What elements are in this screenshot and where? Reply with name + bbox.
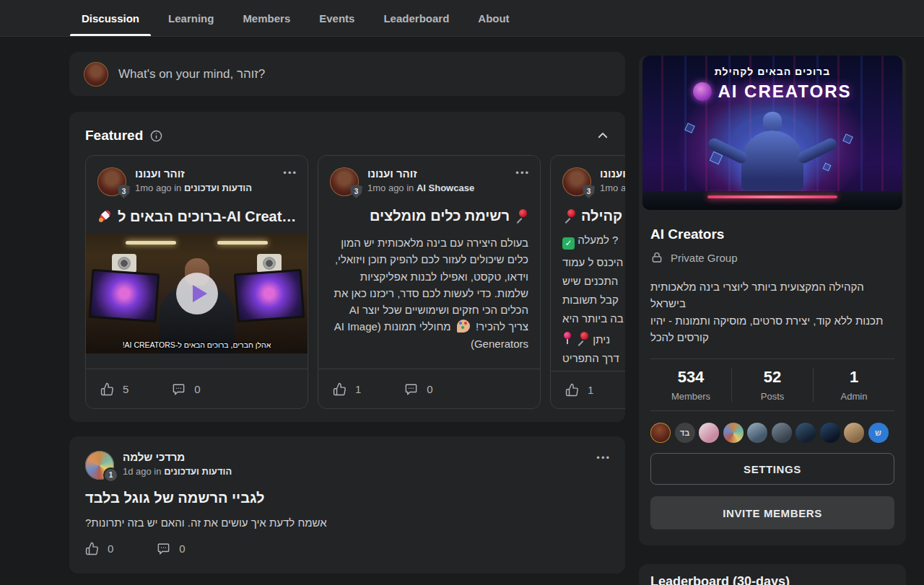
- card-header: 1 מרדכי שלמה 1d ago in הודעות ועדכונים: [85, 451, 609, 480]
- comment-icon[interactable]: [157, 542, 170, 555]
- group-info: AI Creators Private Group הקהילה המקצועי…: [639, 214, 906, 346]
- post-body: בעולם היצירה עם בינה מלאכותית יש המון כל…: [318, 234, 540, 352]
- post-title[interactable]: ברוכים הבאים ל-AI Creat…: [86, 208, 308, 225]
- tab-leaderboard[interactable]: Leaderboard: [372, 0, 461, 36]
- featured-card-community[interactable]: 3 זוהר וענונו 1mo ago in קהילה ? למעלה ה…: [550, 155, 625, 409]
- body-fragment: היכנס ל עמוד: [562, 256, 623, 268]
- like-icon[interactable]: [100, 382, 114, 396]
- author-avatar[interactable]: 1: [85, 451, 114, 480]
- timestamp: 1mo ago in: [135, 182, 181, 193]
- author-avatar[interactable]: 3: [97, 167, 126, 196]
- tab-learning[interactable]: Learning: [157, 0, 225, 36]
- author-name[interactable]: זוהר וענונו: [135, 167, 252, 180]
- level-badge: 3: [583, 185, 595, 198]
- author-avatar[interactable]: 3: [330, 167, 359, 196]
- author-name[interactable]: מרדכי שלמה: [123, 451, 232, 463]
- member-avatar[interactable]: [796, 423, 816, 443]
- post-footer: 5 0: [86, 369, 308, 408]
- post-title[interactable]: לגביי הרשמה של גוגל בלבד: [85, 490, 609, 506]
- member-avatar[interactable]: [650, 423, 671, 443]
- member-avatar[interactable]: [844, 423, 864, 443]
- community-page: { "nav": { "tabs": ["Discussion", "Learn…: [0, 0, 924, 585]
- author-name[interactable]: זוהר וענונו: [600, 167, 625, 180]
- category-link[interactable]: הודעות ועדכונים: [164, 466, 232, 477]
- member-avatar[interactable]: [747, 423, 767, 443]
- leaderboard-card: Leaderboard (30-days): [639, 564, 906, 585]
- invite-members-button[interactable]: INVITE MEMBERS: [650, 496, 894, 529]
- comment-icon[interactable]: [404, 382, 418, 396]
- like-icon[interactable]: [565, 383, 579, 397]
- post-body-line: ? למעלה: [551, 234, 625, 250]
- tab-discussion[interactable]: Discussion: [70, 0, 151, 36]
- banner-welcome-text: ברוכים הבאים לקהילת: [642, 66, 902, 77]
- post-title-text: רשימת כלים מומלצים: [370, 208, 510, 224]
- post-body: אשמח לדעת איך עושים את זה. והאם יש בזה י…: [85, 516, 609, 529]
- composer-prompt[interactable]: What's on your mind, זוהר?: [118, 67, 265, 82]
- post-title[interactable]: קהילה: [551, 208, 625, 224]
- member-avatar[interactable]: ש: [868, 423, 889, 443]
- play-button[interactable]: [176, 273, 218, 315]
- member-avatar[interactable]: בד: [675, 423, 695, 443]
- like-icon[interactable]: [85, 542, 99, 555]
- banner-desk: [642, 191, 902, 210]
- tab-members[interactable]: Members: [231, 0, 302, 36]
- member-avatar[interactable]: [820, 423, 840, 443]
- post-menu-icon[interactable]: •••: [515, 167, 530, 178]
- current-user-avatar[interactable]: [84, 62, 108, 87]
- post-title-text: ברוכים הבאים ל-AI Creat…: [118, 208, 296, 224]
- body-fragment: התכנים שיש: [562, 275, 618, 287]
- brain-logo-icon: [693, 82, 712, 101]
- stat-posts[interactable]: 52 Posts: [731, 368, 813, 402]
- featured-card-tools[interactable]: 3 זוהר וענונו 1mo ago in AI Showcase •••…: [318, 155, 541, 409]
- studio-monitor: [234, 269, 305, 322]
- featured-card-welcome[interactable]: 3 זוהר וענונו 1mo ago in הודעות ועדכונים…: [85, 155, 308, 409]
- stat-members[interactable]: 534 Members: [650, 368, 731, 402]
- like-count: 1: [355, 383, 361, 395]
- post-menu-icon[interactable]: •••: [596, 452, 611, 463]
- pushpin-emoji: [514, 208, 528, 223]
- stat-label: Admin: [814, 391, 894, 402]
- video-thumbnail[interactable]: אהלן חברים, ברוכים הבאים ל-AI CREATORS!: [86, 234, 308, 353]
- main-column: What's on your mind, זוהר? Featured 3 זו…: [69, 52, 625, 573]
- video-caption: אהלן חברים, ברוכים הבאים ל-AI CREATORS!: [86, 340, 308, 349]
- post-footer: 1: [551, 371, 625, 408]
- category-link[interactable]: AI Showcase: [417, 182, 474, 193]
- comment-icon[interactable]: [172, 382, 186, 396]
- pushpin-emoji: [575, 331, 590, 346]
- stat-label: Members: [650, 391, 731, 402]
- post-body-line: דרך התפריט: [551, 352, 625, 364]
- studio-monitor: [89, 269, 160, 322]
- palette-emoji: [457, 320, 470, 333]
- settings-button[interactable]: SETTINGS: [650, 453, 894, 485]
- timestamp: 1d ago in: [123, 466, 162, 477]
- category-link[interactable]: הודעות ועדכונים: [184, 182, 252, 193]
- card-header: 3 זוהר וענונו 1mo ago in AI Showcase: [318, 156, 540, 196]
- banner-title: AI CREATORS: [642, 82, 902, 102]
- privacy-label: Private Group: [671, 252, 738, 264]
- member-avatar[interactable]: [723, 423, 744, 443]
- info-icon[interactable]: [150, 130, 162, 142]
- post-google-signup[interactable]: 1 מרדכי שלמה 1d ago in הודעות ועדכונים •…: [69, 436, 625, 573]
- stat-value: 1: [814, 368, 894, 387]
- author-meta: זוהר וענונו 1mo ago in AI Showcase: [367, 167, 474, 196]
- stat-admin[interactable]: 1 Admin: [813, 368, 894, 402]
- stat-value: 52: [732, 368, 813, 387]
- featured-header: Featured: [85, 125, 625, 146]
- tab-about[interactable]: About: [466, 0, 520, 36]
- chevron-up-icon[interactable]: [596, 129, 609, 142]
- level-badge: 1: [103, 467, 118, 483]
- post-composer[interactable]: What's on your mind, זוהר?: [69, 52, 625, 96]
- member-avatar[interactable]: [699, 423, 719, 443]
- post-meta: 1mo ago in הודעות ועדכונים: [135, 182, 252, 193]
- tab-events[interactable]: Events: [308, 0, 366, 36]
- like-icon[interactable]: [333, 382, 346, 396]
- post-title[interactable]: רשימת כלים מומלצים: [318, 208, 540, 224]
- post-menu-icon[interactable]: •••: [283, 167, 297, 178]
- comment-count: 0: [427, 383, 432, 395]
- author-name[interactable]: זוהר וענונו: [367, 167, 474, 180]
- like-count: 1: [588, 384, 593, 396]
- member-avatar[interactable]: [772, 423, 792, 443]
- body-fragment: ניתן: [593, 333, 610, 346]
- author-avatar[interactable]: 3: [562, 167, 591, 196]
- body-fragment: דרך התפריט: [562, 352, 619, 364]
